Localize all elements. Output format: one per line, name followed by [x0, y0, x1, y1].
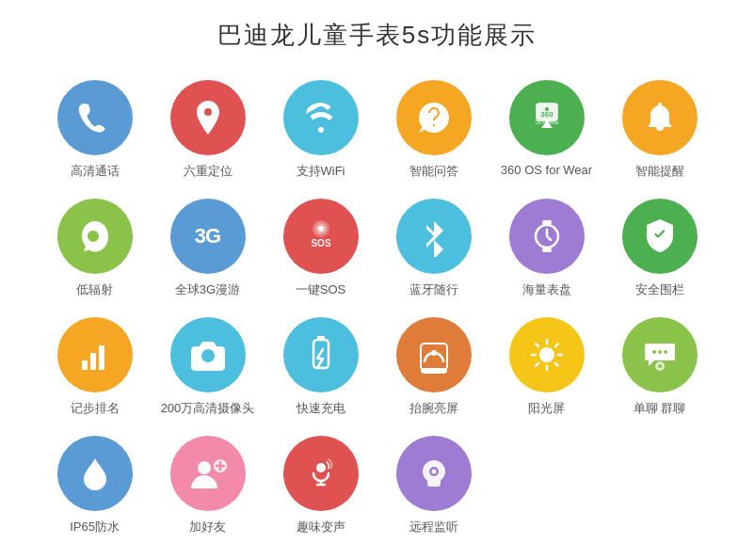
feature-item-360os: 360 OS for Wear 360 OS for Wear: [495, 80, 599, 180]
feature-icon-qa: [396, 80, 472, 155]
feature-grid: 高清通话六重定位支持WiFi智能问答 360 OS for Wear 360 O…: [43, 80, 712, 536]
feature-item-steps: 记步排名: [43, 317, 147, 417]
feature-icon-leaf: [57, 199, 133, 274]
feature-item-wrist: 抬腕亮屏: [382, 317, 486, 417]
feature-label-bluetooth: 蓝牙随行: [409, 281, 458, 298]
svg-point-19: [652, 350, 656, 354]
feature-label-water: IP65防水: [70, 519, 120, 536]
feature-item-addfriend: 加好友: [156, 436, 260, 536]
feature-label-shield: 安全围栏: [635, 281, 684, 298]
feature-item-location: 六重定位: [156, 80, 260, 180]
feature-item-sos: SOS 一键SOS: [269, 199, 373, 298]
feature-label-sun: 阳光屏: [528, 400, 565, 417]
feature-icon-camera: [170, 317, 246, 392]
feature-label-charge: 快速充电: [297, 400, 345, 417]
feature-item-qa: 智能问答: [382, 80, 486, 180]
svg-point-20: [658, 350, 662, 354]
feature-icon-ear: [396, 436, 472, 511]
feature-item-bell: 智能提醒: [608, 80, 712, 180]
feature-item-wifi: 支持WiFi: [269, 80, 373, 180]
feature-item-shield: 安全围栏: [608, 199, 712, 298]
svg-point-17: [431, 350, 437, 356]
feature-label-360os: 360 OS for Wear: [501, 163, 592, 177]
feature-icon-bell: [622, 80, 698, 155]
feature-label-ear: 远程监听: [409, 519, 458, 536]
feature-label-watchface: 海量表盘: [522, 281, 571, 298]
feature-label-phone: 高清通话: [71, 163, 120, 180]
svg-rect-16: [317, 336, 325, 340]
feature-label-leaf: 低辐射: [76, 281, 113, 298]
feature-item-water: IP65防水: [43, 436, 147, 536]
feature-item-watchface: 海量表盘: [495, 199, 599, 298]
page-title: 巴迪龙儿童手表5s功能展示: [217, 19, 537, 52]
feature-item-bluetooth: 蓝牙随行: [382, 199, 486, 298]
feature-icon-charge: [283, 317, 359, 392]
svg-point-21: [664, 350, 667, 354]
feature-icon-steps: [57, 317, 133, 392]
feature-icon-bluetooth: [396, 199, 472, 274]
feature-label-chat: 单聊 群聊: [634, 400, 686, 417]
feature-label-qa: 智能问答: [409, 163, 458, 180]
feature-icon-sun: [509, 317, 585, 392]
feature-label-3g: 全球3G漫游: [175, 281, 240, 298]
feature-item-camera: 200万高清摄像头: [156, 317, 260, 417]
feature-icon-wrist: [396, 317, 472, 392]
svg-point-27: [431, 470, 436, 474]
feature-label-wifi: 支持WiFi: [297, 163, 345, 180]
svg-text:360: 360: [540, 110, 553, 119]
svg-point-18: [539, 347, 554, 362]
feature-icon-phone: [57, 80, 133, 155]
feature-item-charge: 快速充电: [269, 317, 373, 417]
feature-label-bell: 智能提醒: [635, 163, 684, 180]
feature-item-3g: 3G全球3G漫游: [156, 199, 260, 298]
feature-label-camera: 200万高清摄像头: [161, 400, 255, 417]
feature-icon-sos: SOS: [283, 199, 359, 274]
feature-icon-addfriend: [170, 436, 246, 511]
feature-icon-voice: [283, 436, 359, 511]
svg-rect-14: [99, 345, 104, 370]
feature-label-wrist: 抬腕亮屏: [409, 400, 458, 417]
feature-icon-wifi: [283, 80, 359, 155]
svg-rect-12: [82, 360, 88, 370]
feature-label-location: 六重定位: [184, 163, 233, 180]
feature-icon-watchface: [509, 199, 585, 274]
feature-label-addfriend: 加好友: [189, 519, 226, 536]
svg-point-25: [316, 463, 326, 472]
svg-point-7: [318, 226, 324, 232]
feature-item-sun: 阳光屏: [495, 317, 599, 417]
feature-icon-shield: [622, 199, 698, 274]
feature-item-ear: 远程监听: [382, 436, 486, 536]
feature-label-sos: 一键SOS: [296, 281, 345, 298]
svg-rect-13: [90, 353, 96, 370]
feature-label-steps: 记步排名: [71, 400, 120, 417]
svg-point-23: [198, 461, 211, 474]
feature-item-phone: 高清通话: [43, 80, 147, 180]
feature-item-chat: 单聊 群聊: [608, 317, 712, 417]
feature-icon-location: [170, 80, 246, 155]
feature-label-voice: 趣味变声: [297, 519, 345, 536]
svg-text:OS for Wear: OS for Wear: [535, 120, 558, 125]
feature-icon-water: [57, 436, 133, 511]
feature-item-leaf: 低辐射: [43, 199, 147, 298]
svg-text:SOS: SOS: [311, 238, 330, 248]
feature-icon-3g: 3G: [170, 199, 246, 274]
feature-item-voice: 趣味变声: [269, 436, 373, 536]
feature-icon-chat: [622, 317, 698, 392]
feature-icon-360os: 360 OS for Wear: [509, 80, 585, 155]
